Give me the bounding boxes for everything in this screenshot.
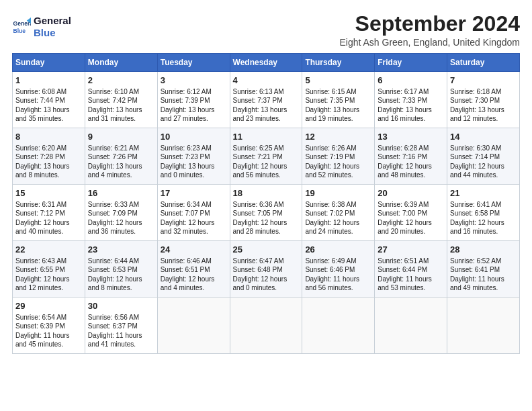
- sunset-label: Sunset: 6:53 PM: [88, 266, 138, 273]
- col-monday: Monday: [85, 54, 157, 72]
- header: General Blue General Blue September 2024…: [12, 12, 520, 48]
- daylight-label: Daylight: 12 hours and 44 minutes.: [450, 163, 504, 179]
- sunset-label: Sunset: 7:16 PM: [378, 153, 427, 161]
- sunset-label: Sunset: 7:21 PM: [233, 153, 283, 161]
- calendar-cell: 7Sunrise: 6:18 AMSunset: 7:30 PMDaylight…: [447, 72, 520, 128]
- daylight-label: Daylight: 13 hours and 8 minutes.: [15, 163, 70, 179]
- location-title: Eight Ash Green, England, United Kingdom: [339, 37, 520, 48]
- sunrise-label: Sunrise: 6:47 AM: [233, 257, 284, 265]
- sunrise-label: Sunrise: 6:10 AM: [88, 88, 139, 95]
- logo-text-general: General: [34, 15, 71, 27]
- calendar-cell: 30Sunrise: 6:56 AMSunset: 6:37 PMDayligh…: [85, 298, 157, 354]
- sunrise-label: Sunrise: 6:12 AM: [161, 88, 212, 95]
- sunset-label: Sunset: 7:39 PM: [161, 97, 210, 104]
- calendar-cell: 3Sunrise: 6:12 AMSunset: 7:39 PMDaylight…: [157, 72, 230, 128]
- calendar-cell: 21Sunrise: 6:41 AMSunset: 6:58 PMDayligh…: [447, 185, 520, 241]
- sunrise-label: Sunrise: 6:46 AM: [161, 257, 212, 265]
- sunset-label: Sunset: 7:44 PM: [15, 97, 65, 104]
- day-number: 2: [88, 75, 154, 87]
- sunset-label: Sunset: 6:44 PM: [378, 266, 427, 273]
- day-number: 21: [450, 187, 517, 199]
- day-number: 26: [305, 244, 371, 256]
- sunset-label: Sunset: 7:07 PM: [161, 210, 210, 217]
- daylight-label: Daylight: 12 hours and 20 minutes.: [378, 219, 432, 236]
- sunset-label: Sunset: 7:30 PM: [450, 97, 500, 104]
- calendar-cell: 19Sunrise: 6:38 AMSunset: 7:02 PMDayligh…: [302, 185, 375, 241]
- sunset-label: Sunset: 6:37 PM: [88, 322, 138, 330]
- sunrise-label: Sunrise: 6:38 AM: [305, 201, 356, 208]
- sunrise-label: Sunrise: 6:41 AM: [450, 201, 501, 208]
- calendar-cell: 16Sunrise: 6:33 AMSunset: 7:09 PMDayligh…: [85, 185, 157, 241]
- day-number: 16: [88, 187, 154, 199]
- sunrise-label: Sunrise: 6:34 AM: [161, 201, 212, 208]
- col-tuesday: Tuesday: [157, 54, 230, 72]
- sunset-label: Sunset: 7:33 PM: [378, 97, 427, 104]
- daylight-label: Daylight: 12 hours and 32 minutes.: [161, 219, 215, 236]
- daylight-label: Daylight: 12 hours and 24 minutes.: [305, 219, 359, 236]
- day-number: 23: [88, 244, 154, 256]
- daylight-label: Daylight: 12 hours and 40 minutes.: [15, 219, 70, 236]
- sunrise-label: Sunrise: 6:39 AM: [378, 201, 429, 208]
- sunset-label: Sunset: 6:46 PM: [305, 266, 355, 273]
- calendar-table: Sunday Monday Tuesday Wednesday Thursday…: [12, 53, 520, 354]
- day-number: 25: [233, 244, 300, 256]
- day-number: 20: [378, 187, 444, 199]
- sunset-label: Sunset: 7:26 PM: [88, 153, 138, 161]
- daylight-label: Daylight: 11 hours and 53 minutes.: [378, 275, 432, 292]
- calendar-cell: 24Sunrise: 6:46 AMSunset: 6:51 PMDayligh…: [157, 241, 230, 298]
- day-number: 4: [233, 75, 300, 87]
- day-number: 27: [378, 244, 444, 256]
- day-number: 19: [305, 187, 371, 199]
- sunrise-label: Sunrise: 6:36 AM: [233, 201, 284, 208]
- calendar-cell: 25Sunrise: 6:47 AMSunset: 6:48 PMDayligh…: [230, 241, 302, 298]
- sunrise-label: Sunrise: 6:25 AM: [233, 144, 284, 152]
- day-number: 3: [161, 75, 227, 87]
- col-saturday: Saturday: [447, 54, 520, 72]
- daylight-label: Daylight: 11 hours and 41 minutes.: [88, 332, 142, 349]
- col-friday: Friday: [375, 54, 447, 72]
- calendar-cell: 23Sunrise: 6:44 AMSunset: 6:53 PMDayligh…: [85, 241, 157, 298]
- sunset-label: Sunset: 7:19 PM: [305, 153, 355, 161]
- calendar-cell: 18Sunrise: 6:36 AMSunset: 7:05 PMDayligh…: [230, 185, 302, 241]
- sunset-label: Sunset: 7:14 PM: [450, 153, 500, 161]
- sunrise-label: Sunrise: 6:20 AM: [15, 144, 66, 152]
- sunrise-label: Sunrise: 6:52 AM: [450, 257, 501, 265]
- calendar-cell: 20Sunrise: 6:39 AMSunset: 7:00 PMDayligh…: [375, 185, 447, 241]
- daylight-label: Daylight: 12 hours and 28 minutes.: [233, 219, 287, 236]
- day-number: 6: [378, 75, 444, 87]
- sunset-label: Sunset: 7:42 PM: [88, 97, 138, 104]
- calendar-cell: [230, 298, 302, 354]
- daylight-label: Daylight: 13 hours and 31 minutes.: [88, 106, 142, 123]
- daylight-label: Daylight: 13 hours and 23 minutes.: [233, 106, 287, 123]
- sunrise-label: Sunrise: 6:44 AM: [88, 257, 139, 265]
- month-title: September 2024: [339, 12, 520, 36]
- sunrise-label: Sunrise: 6:26 AM: [305, 144, 356, 152]
- daylight-label: Daylight: 12 hours and 52 minutes.: [305, 163, 359, 179]
- day-number: 1: [15, 75, 82, 87]
- calendar-cell: 11Sunrise: 6:25 AMSunset: 7:21 PMDayligh…: [230, 128, 302, 185]
- calendar-cell: 29Sunrise: 6:54 AMSunset: 6:39 PMDayligh…: [13, 298, 85, 354]
- day-number: 8: [15, 131, 82, 143]
- sunset-label: Sunset: 6:39 PM: [15, 322, 65, 330]
- daylight-label: Daylight: 12 hours and 36 minutes.: [88, 219, 142, 236]
- day-number: 22: [15, 244, 82, 256]
- calendar-cell: [302, 298, 375, 354]
- sunrise-label: Sunrise: 6:31 AM: [15, 201, 66, 208]
- calendar-cell: 26Sunrise: 6:49 AMSunset: 6:46 PMDayligh…: [302, 241, 375, 298]
- sunrise-label: Sunrise: 6:49 AM: [305, 257, 356, 265]
- sunrise-label: Sunrise: 6:17 AM: [378, 88, 429, 95]
- day-number: 29: [15, 300, 82, 312]
- calendar-cell: 22Sunrise: 6:43 AMSunset: 6:55 PMDayligh…: [13, 241, 85, 298]
- calendar-cell: 2Sunrise: 6:10 AMSunset: 7:42 PMDaylight…: [85, 72, 157, 128]
- day-number: 28: [450, 244, 517, 256]
- daylight-label: Daylight: 11 hours and 56 minutes.: [305, 275, 359, 292]
- logo-icon: General Blue: [12, 17, 31, 36]
- sunrise-label: Sunrise: 6:28 AM: [378, 144, 429, 152]
- calendar-cell: 12Sunrise: 6:26 AMSunset: 7:19 PMDayligh…: [302, 128, 375, 185]
- day-number: 14: [450, 131, 517, 143]
- sunrise-label: Sunrise: 6:08 AM: [15, 88, 66, 95]
- sunset-label: Sunset: 6:51 PM: [161, 266, 210, 273]
- sunset-label: Sunset: 7:28 PM: [15, 153, 65, 161]
- sunrise-label: Sunrise: 6:18 AM: [450, 88, 501, 95]
- sunset-label: Sunset: 7:02 PM: [305, 210, 355, 217]
